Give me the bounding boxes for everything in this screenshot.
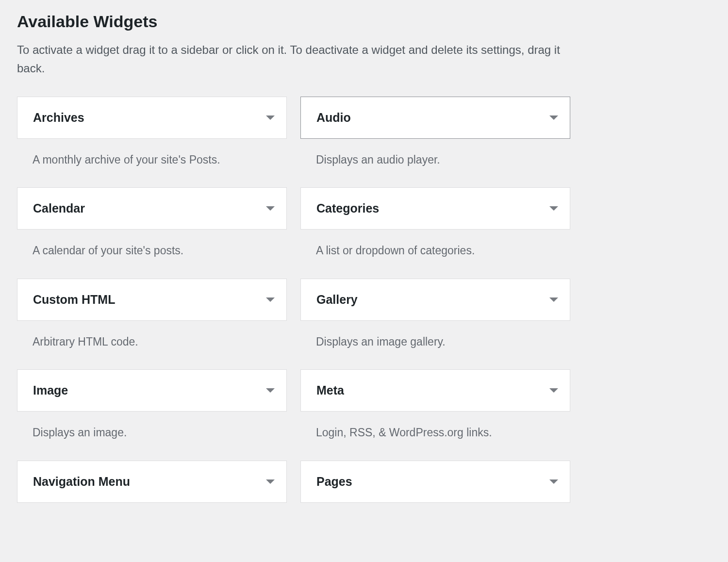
chevron-down-icon: [266, 298, 275, 302]
widget-item: CategoriesA list or dropdown of categori…: [300, 187, 570, 268]
widget-header[interactable]: Meta: [300, 369, 570, 412]
widget-header[interactable]: Audio: [300, 97, 570, 139]
widget-title: Archives: [33, 111, 84, 125]
chevron-down-icon: [266, 479, 275, 484]
widget-header[interactable]: Calendar: [17, 187, 287, 230]
widget-item: Navigation Menu: [17, 461, 287, 503]
widget-item: Custom HTMLArbitrary HTML code.: [17, 279, 287, 359]
widget-item: AudioDisplays an audio player.: [300, 97, 570, 177]
chevron-down-icon: [549, 116, 558, 120]
widget-title: Calendar: [33, 201, 85, 215]
widget-header[interactable]: Categories: [300, 187, 570, 230]
widget-item: ArchivesA monthly archive of your site's…: [17, 97, 287, 177]
widget-title: Custom HTML: [33, 293, 115, 307]
chevron-down-icon: [549, 388, 558, 393]
widget-header[interactable]: Custom HTML: [17, 279, 287, 321]
widget-item: ImageDisplays an image.: [17, 369, 287, 450]
widget-description: Login, RSS, & WordPress.org links.: [300, 412, 570, 450]
instructions-text: To activate a widget drag it to a sideba…: [17, 41, 561, 78]
widget-header[interactable]: Image: [17, 369, 287, 412]
page-title: Available Widgets: [17, 12, 711, 31]
chevron-down-icon: [266, 206, 275, 211]
widget-description: Displays an image gallery.: [300, 321, 570, 359]
chevron-down-icon: [266, 388, 275, 393]
widget-item: MetaLogin, RSS, & WordPress.org links.: [300, 369, 570, 450]
chevron-down-icon: [549, 298, 558, 302]
widget-title: Categories: [316, 201, 379, 215]
widget-item: Pages: [300, 461, 570, 503]
chevron-down-icon: [549, 479, 558, 484]
widget-header[interactable]: Archives: [17, 97, 287, 139]
widget-description: Arbitrary HTML code.: [17, 321, 287, 359]
chevron-down-icon: [266, 116, 275, 120]
widget-item: GalleryDisplays an image gallery.: [300, 279, 570, 359]
chevron-down-icon: [549, 206, 558, 211]
widget-title: Meta: [316, 383, 344, 397]
widget-title: Pages: [316, 475, 352, 489]
widget-title: Gallery: [316, 293, 358, 307]
available-widgets-grid: ArchivesA monthly archive of your site's…: [17, 97, 570, 513]
widget-description: Displays an audio player.: [300, 139, 570, 177]
widget-title: Image: [33, 383, 68, 397]
widget-description: A monthly archive of your site's Posts.: [17, 139, 287, 177]
widget-title: Audio: [316, 111, 351, 125]
widget-title: Navigation Menu: [33, 475, 130, 489]
widget-header[interactable]: Navigation Menu: [17, 461, 287, 503]
widget-description: A list or dropdown of categories.: [300, 230, 570, 268]
widget-header[interactable]: Pages: [300, 461, 570, 503]
widget-description: Displays an image.: [17, 412, 287, 450]
widget-item: CalendarA calendar of your site's posts.: [17, 187, 287, 268]
widget-description: A calendar of your site's posts.: [17, 230, 287, 268]
widget-header[interactable]: Gallery: [300, 279, 570, 321]
